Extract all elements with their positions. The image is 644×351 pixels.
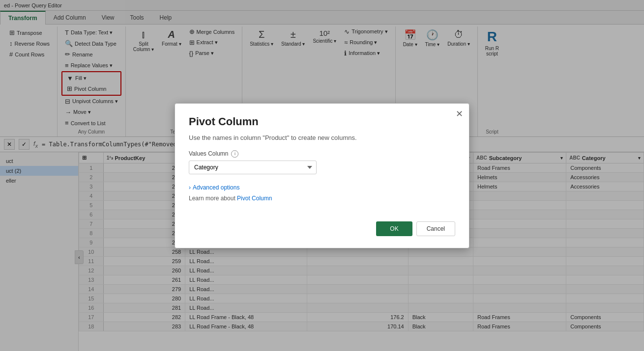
dialog-close-button[interactable]: ✕ [456, 109, 463, 118]
dialog-footer: OK Cancel [189, 221, 455, 236]
advanced-chevron-icon: › [189, 184, 191, 191]
ok-button[interactable]: OK [376, 221, 412, 236]
values-column-label: Values Column i [189, 150, 455, 158]
values-column-select[interactable]: CategoryStandard Cost.2ColorSubcategory [189, 161, 317, 174]
info-icon[interactable]: i [231, 150, 238, 158]
advanced-options-toggle[interactable]: › Advanced options [189, 184, 455, 191]
learn-more-text: Learn more about Pivot Column [189, 195, 455, 202]
dialog-description: Use the names in column "Product" to cre… [189, 134, 455, 141]
learn-more-link[interactable]: Pivot Column [237, 195, 272, 202]
pivot-column-dialog: ✕ Pivot Column Use the names in column "… [175, 103, 469, 248]
advanced-options-label: Advanced options [193, 184, 239, 191]
dialog-title: Pivot Column [189, 115, 455, 128]
dialog-overlay: ✕ Pivot Column Use the names in column "… [0, 0, 644, 351]
cancel-button[interactable]: Cancel [416, 221, 455, 236]
